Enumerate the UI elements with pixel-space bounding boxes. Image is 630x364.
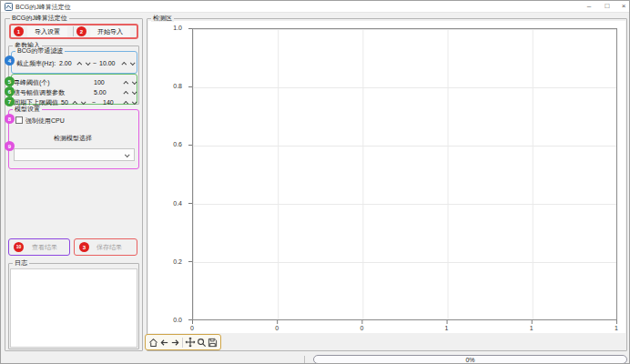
spin-up-icon[interactable] (123, 81, 128, 86)
y-axis-tick-labels: 1.0 0.8 0.6 0.4 0.2 0.0 (147, 25, 188, 324)
statusbar-divider (304, 356, 305, 364)
annotation-badge-2: 2 (76, 26, 86, 36)
spin-up-icon[interactable] (121, 62, 127, 67)
y-axis-tick-marks (188, 28, 192, 320)
range-tilde: ~ (93, 59, 97, 67)
y-tick: 0.6 (173, 141, 188, 148)
home-icon[interactable] (148, 336, 158, 349)
back-icon[interactable] (159, 336, 169, 349)
view-results-button[interactable]: 查看结果 (29, 242, 60, 252)
x-tick: 1 (440, 325, 454, 332)
maximize-button[interactable]: □ (600, 1, 615, 12)
interval-high-spinner[interactable] (125, 99, 136, 106)
annotation-badge-7: 7 (5, 96, 15, 106)
model-select-combobox[interactable] (14, 148, 135, 161)
y-tick: 0.4 (173, 200, 188, 207)
amplitude-adjust-value[interactable]: 5.00 (94, 88, 107, 96)
chevron-down-icon (125, 152, 130, 157)
annotation-badge-10: 10 (14, 242, 24, 252)
amplitude-adjust-spinner[interactable] (125, 89, 136, 96)
model-select-label: 检测模型选择 (54, 134, 92, 142)
annotation-badge-5: 5 (5, 76, 15, 86)
import-buttons-divider (73, 26, 74, 36)
annotation-badge-3: 3 (79, 242, 89, 252)
spin-up-icon[interactable] (76, 62, 82, 67)
peak-threshold-spinner[interactable] (125, 79, 136, 86)
annotation-badge-9: 9 (5, 141, 15, 151)
spin-up-icon[interactable] (72, 101, 77, 106)
cutoff-low-spinner[interactable] (78, 60, 89, 67)
app-icon (5, 3, 13, 11)
pan-icon[interactable] (185, 336, 196, 349)
plot-area (192, 28, 617, 320)
spin-up-icon[interactable] (123, 101, 128, 106)
annotation-badge-6: 6 (5, 86, 15, 96)
save-icon[interactable] (208, 336, 218, 349)
titlebar: BCG的J峰算法定位 – □ × (1, 1, 630, 13)
cutoff-high-value[interactable]: 10.00 (99, 59, 116, 67)
app-window: BCG的J峰算法定位 – □ × BCG的J峰算法定位 1 导入设置 2 开始导… (0, 0, 630, 364)
y-tick: 0.2 (173, 258, 188, 266)
interval-tilde: ~ (92, 98, 96, 106)
x-axis-tick-marks (192, 320, 617, 324)
minimize-button[interactable]: – (582, 1, 596, 12)
peak-threshold-value[interactable]: 100 (94, 78, 105, 86)
forward-icon[interactable] (170, 336, 180, 349)
x-tick: 0 (269, 325, 284, 332)
x-tick: 0 (354, 325, 369, 332)
y-tick: 1.0 (173, 25, 188, 32)
x-tick: 1 (609, 325, 624, 332)
x-tick: 1 (524, 325, 539, 332)
y-tick: 0.0 (173, 317, 188, 324)
peak-threshold-label: 寻峰阈值(个) (14, 78, 50, 86)
cutoff-low-value[interactable]: 2.00 (59, 59, 72, 67)
annotation-badge-4: 4 (5, 56, 15, 66)
progress-label: 0% (465, 357, 474, 363)
log-textarea[interactable] (10, 268, 137, 348)
interval-high-value[interactable]: 140 (103, 98, 114, 106)
save-results-button[interactable]: 保存结果 (94, 242, 125, 252)
force-cpu-label: 强制使用CPU (25, 116, 65, 125)
amplitude-adjust-label: 信号幅值调整参数 (14, 88, 65, 96)
progress-bar: 0% (313, 355, 627, 364)
model-settings-label: 模型设置 (13, 106, 42, 113)
y-tick: 0.8 (173, 83, 188, 90)
cutoff-frequency-label: 截止频率(Hz): (16, 59, 56, 67)
bandpass-group-label: BCG的带通滤波 (15, 47, 65, 55)
cutoff-high-spinner[interactable] (123, 60, 134, 67)
log-group-label: 日志 (13, 259, 29, 267)
close-button[interactable]: × (616, 1, 630, 12)
x-axis-tick-labels: 0 0 0 1 1 1 (185, 325, 624, 332)
annotation-badge-1: 1 (14, 26, 24, 36)
plot-panel-label: 检测区 (151, 15, 174, 22)
window-title: BCG的J峰算法定位 (15, 3, 71, 12)
plot-toolbar (145, 334, 221, 350)
start-import-button[interactable]: 开始导入 (90, 26, 130, 37)
x-tick: 0 (185, 325, 199, 332)
import-settings-button[interactable]: 导入设置 (27, 26, 67, 37)
interval-low-spinner[interactable] (74, 99, 85, 106)
spin-up-icon[interactable] (123, 91, 128, 96)
left-panel-group-label: BCG的J峰算法定位 (10, 15, 69, 22)
force-cpu-checkbox[interactable] (15, 116, 23, 124)
toolbar-separator (182, 338, 183, 348)
zoom-icon[interactable] (197, 336, 207, 349)
interval-low-value[interactable]: 50 (61, 98, 68, 106)
annotation-badge-8: 8 (5, 114, 15, 124)
